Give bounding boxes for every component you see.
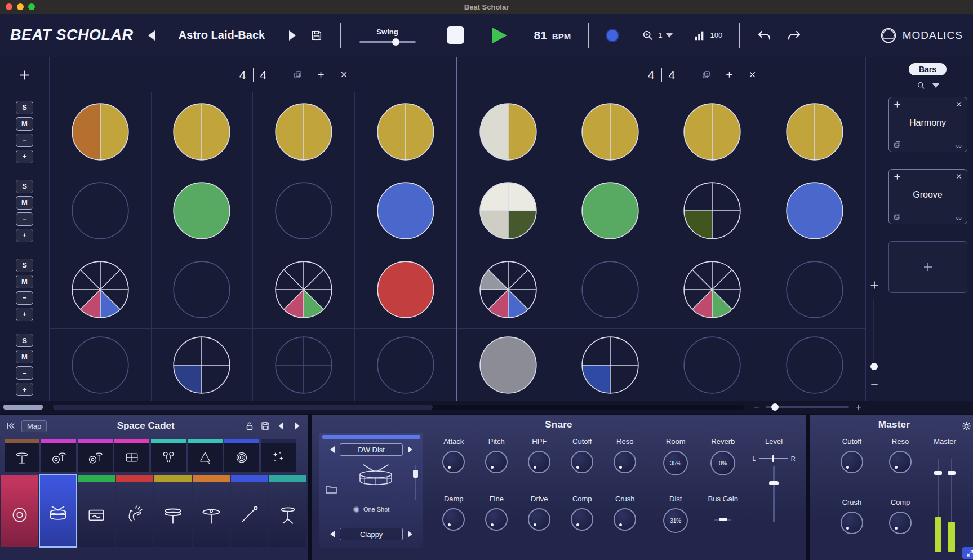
preset-name[interactable]: Astro Laid-Back (163, 29, 281, 42)
previous-sample-icon[interactable] (330, 531, 335, 537)
instrument-tile[interactable] (41, 439, 76, 472)
beat-cell[interactable] (559, 92, 661, 171)
zoom-slider[interactable] (766, 406, 849, 408)
beat-cell[interactable] (457, 329, 559, 401)
row-solo-button[interactable]: S (16, 180, 33, 193)
tempo-display[interactable]: 81 BPM (534, 29, 571, 42)
sample-volume-slider[interactable] (415, 465, 416, 500)
master-fader-handle[interactable] (948, 471, 956, 475)
sample-progress-bar[interactable] (322, 435, 420, 439)
add-icon[interactable] (894, 101, 901, 108)
beat-cell[interactable] (661, 171, 763, 250)
drum-pad[interactable] (1, 475, 38, 547)
row-remove-button[interactable]: − (16, 134, 33, 147)
beat-cell[interactable] (152, 329, 254, 401)
time-signature-denominator[interactable]: 4 (669, 68, 676, 82)
one-shot-radio[interactable] (353, 506, 359, 513)
row-add-button[interactable]: + (16, 308, 33, 321)
beat-cell[interactable] (152, 92, 254, 171)
beat-cell[interactable] (50, 92, 152, 171)
beat-cell[interactable] (50, 171, 152, 250)
next-preset-button[interactable] (289, 30, 296, 41)
pattern-card[interactable]: Harmonyco (888, 97, 967, 152)
comp-knob[interactable] (889, 512, 912, 534)
row-solo-button[interactable]: S (16, 101, 33, 114)
instrument-tile[interactable] (114, 439, 149, 472)
time-signature-denominator[interactable]: 4 (260, 68, 267, 82)
map-button[interactable]: Map (21, 420, 47, 432)
pitch-knob[interactable] (485, 451, 508, 473)
drum-pad[interactable] (78, 475, 115, 547)
stop-button[interactable] (447, 26, 464, 44)
instrument-tile[interactable] (224, 439, 259, 472)
row-solo-button[interactable]: S (16, 334, 33, 347)
beat-cell[interactable] (457, 250, 559, 328)
beat-cell[interactable] (559, 171, 661, 250)
undo-icon[interactable] (757, 29, 772, 42)
zoom-in-icon[interactable]: + (856, 403, 861, 412)
sample-volume-handle[interactable] (413, 470, 418, 478)
instrument-tile[interactable] (78, 439, 113, 472)
cutoff-knob[interactable] (841, 451, 863, 473)
row-remove-button[interactable]: − (16, 366, 33, 380)
beat-cell[interactable] (50, 329, 152, 401)
swing-slider-handle[interactable] (392, 38, 399, 46)
zoom-slider-handle[interactable] (771, 403, 779, 411)
vertical-zoom-handle[interactable] (870, 363, 878, 370)
beat-cell[interactable] (661, 92, 763, 171)
beat-cell[interactable] (355, 171, 457, 250)
next-sample-icon[interactable] (408, 531, 412, 537)
add-row-icon[interactable] (19, 70, 30, 81)
left-column-scrollbar[interactable] (3, 405, 43, 410)
beat-cell[interactable] (763, 92, 865, 171)
master-fader-handle[interactable] (934, 471, 942, 475)
folder-icon[interactable] (325, 485, 337, 495)
drum-pad[interactable] (269, 475, 306, 547)
collapse-panel-icon[interactable] (6, 421, 16, 431)
row-remove-button[interactable]: − (16, 291, 33, 305)
level-fader[interactable] (773, 466, 775, 522)
bars-button[interactable]: Bars (909, 63, 947, 75)
time-signature-numerator[interactable]: 4 (648, 68, 655, 82)
delete-bar-icon[interactable] (340, 70, 348, 79)
beat-cell[interactable] (253, 329, 355, 401)
duplicate-bar-icon[interactable] (294, 70, 302, 79)
drum-pad[interactable] (39, 475, 77, 547)
chevron-down-icon[interactable] (666, 33, 673, 38)
pattern-card[interactable]: Grooveco (888, 169, 967, 224)
instrument-tile[interactable] (5, 439, 39, 472)
zoom-out-icon[interactable]: − (754, 403, 759, 412)
next-sample-icon[interactable] (408, 446, 412, 453)
bus-gain-slider[interactable] (714, 519, 731, 521)
redo-icon[interactable] (787, 29, 801, 42)
drum-pad[interactable] (154, 475, 192, 547)
close-icon[interactable] (956, 173, 962, 180)
row-solo-button[interactable]: S (16, 259, 33, 272)
reso-knob[interactable] (614, 451, 636, 473)
horizontal-scrollbar[interactable] (53, 405, 744, 410)
level-fader-handle[interactable] (769, 481, 779, 485)
comp-knob[interactable] (571, 508, 593, 531)
row-remove-button[interactable]: − (16, 212, 33, 226)
beat-cell[interactable] (457, 171, 559, 250)
beat-cell[interactable] (50, 250, 152, 328)
save-kit-icon[interactable] (260, 421, 270, 431)
sample-name[interactable]: DW Dist (340, 443, 403, 456)
kit-name[interactable]: Space Cadet (52, 420, 239, 432)
bpm-value[interactable]: 81 (534, 29, 547, 42)
level-bars-icon[interactable] (693, 29, 705, 42)
grid-zoom-out-icon[interactable] (870, 381, 878, 389)
beat-cell[interactable] (763, 329, 865, 401)
vertical-zoom-slider[interactable] (873, 299, 874, 362)
previous-sample-icon[interactable] (330, 446, 335, 453)
lock-icon[interactable] (245, 421, 255, 431)
previous-preset-button[interactable] (148, 30, 155, 41)
add-icon[interactable] (894, 173, 901, 180)
fine-knob[interactable] (485, 508, 508, 531)
drum-pad[interactable] (231, 475, 268, 547)
cutoff-knob[interactable] (571, 451, 593, 473)
beat-cell[interactable] (152, 250, 254, 328)
drum-pad[interactable] (116, 475, 153, 547)
beat-cell[interactable] (559, 329, 661, 401)
metronome-button[interactable] (606, 29, 619, 42)
